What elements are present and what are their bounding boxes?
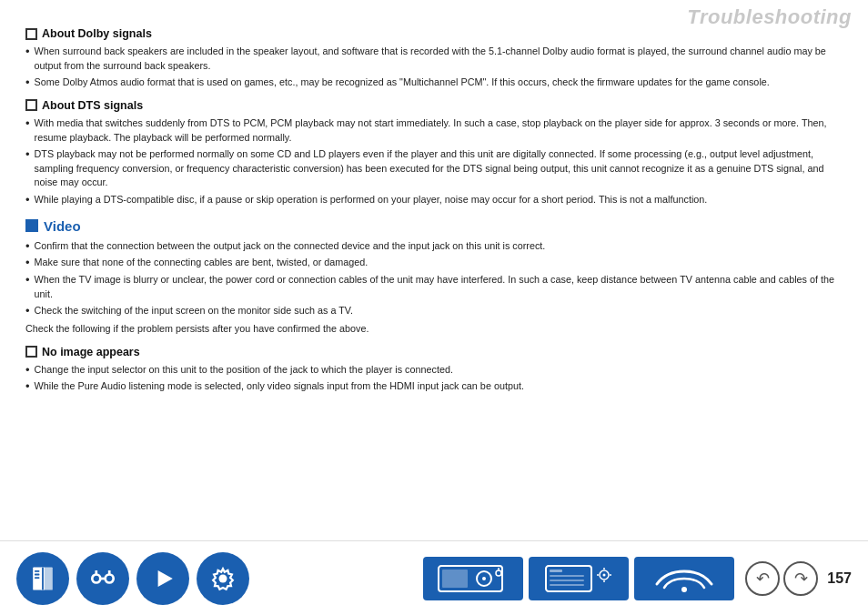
blue-square-icon	[25, 219, 38, 232]
list-item: DTS playback may not be performed normal…	[25, 147, 846, 190]
dts-signals-heading: About DTS signals	[25, 99, 846, 112]
svg-rect-3	[35, 570, 39, 572]
page-title: Troubleshooting	[687, 5, 852, 29]
list-item: When the TV image is blurry or unclear, …	[25, 273, 846, 301]
svg-point-7	[106, 574, 114, 582]
gear-icon[interactable]	[197, 552, 249, 605]
nav-icons-left	[16, 552, 249, 605]
svg-rect-5	[35, 577, 39, 579]
dolby-signals-heading: About Dolby signals	[25, 27, 846, 40]
remote-icon[interactable]	[529, 557, 629, 600]
list-item: Confirm that the connection between the …	[25, 239, 846, 254]
svg-marker-11	[158, 570, 173, 587]
book-icon[interactable]	[16, 552, 69, 605]
checkbox-icon	[25, 28, 37, 40]
no-image-list: Change the input selector on this unit t…	[25, 363, 846, 394]
video-heading: Video	[25, 218, 846, 234]
checkbox-icon	[25, 346, 37, 358]
list-item: With media that switches suddenly from D…	[25, 116, 846, 145]
svg-rect-14	[442, 570, 468, 588]
svg-rect-4	[35, 573, 39, 575]
check-line: Check the following if the problem persi…	[25, 322, 846, 337]
play-icon[interactable]	[136, 552, 189, 605]
list-item: While the Pure Audio listening mode is s…	[25, 379, 846, 394]
nav-arrows: ↶ ↷	[745, 561, 818, 596]
video-list: Confirm that the connection between the …	[25, 239, 846, 318]
svg-point-17	[496, 570, 501, 576]
back-button[interactable]: ↶	[745, 561, 780, 596]
svg-rect-23	[550, 584, 584, 586]
checkbox-icon	[25, 99, 37, 111]
list-item: Some Dolby Atmos audio format that is us…	[25, 76, 846, 90]
list-item: While playing a DTS-compatible disc, if …	[25, 193, 846, 207]
nav-icons-middle	[423, 557, 734, 600]
dolby-signals-list: When surround back speakers are included…	[25, 45, 846, 90]
page-number: 157	[827, 570, 852, 587]
svg-point-12	[219, 574, 227, 582]
wireless-icon[interactable]	[634, 557, 734, 600]
svg-rect-22	[550, 580, 584, 581]
forward-button[interactable]: ↷	[783, 561, 818, 596]
svg-point-16	[482, 577, 486, 580]
list-item: When surround back speakers are included…	[25, 45, 846, 73]
svg-point-25	[603, 573, 606, 576]
main-content: About Dolby signals When surround back s…	[25, 27, 846, 538]
dts-signals-list: With media that switches suddenly from D…	[25, 116, 846, 207]
connection-icon[interactable]	[76, 552, 129, 605]
svg-rect-21	[550, 575, 584, 577]
list-item: Make sure that none of the connecting ca…	[25, 256, 846, 270]
svg-rect-20	[550, 570, 562, 572]
bottom-toolbar: ↶ ↷ 157	[0, 540, 868, 615]
svg-point-6	[92, 574, 100, 582]
svg-point-30	[681, 587, 687, 592]
av-receiver-icon[interactable]	[423, 557, 523, 600]
list-item: Change the input selector on this unit t…	[25, 363, 846, 378]
list-item: Check the switching of the input screen …	[25, 304, 846, 318]
no-image-heading: No image appears	[25, 346, 846, 358]
